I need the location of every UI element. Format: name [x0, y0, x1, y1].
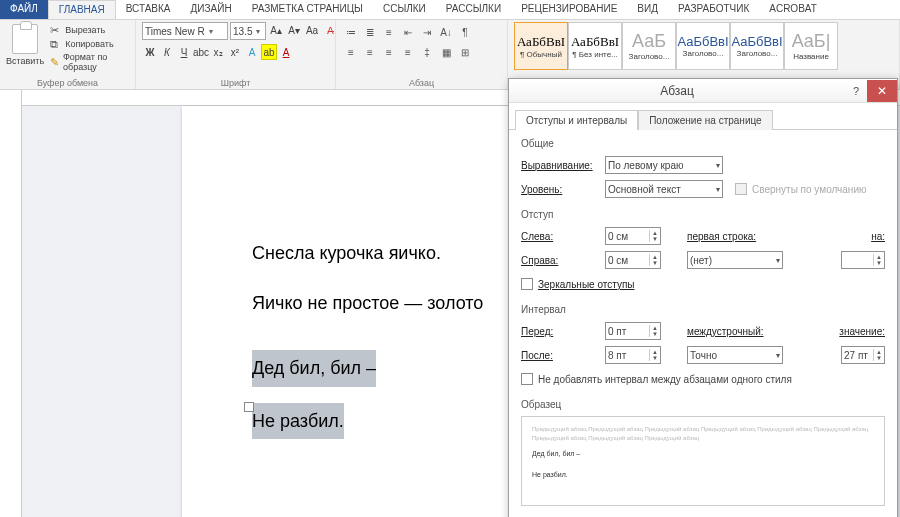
- format-painter-button[interactable]: Формат по образцу: [50, 52, 129, 72]
- style-heading1[interactable]: АаБЗаголово...: [622, 22, 676, 70]
- section-spacing: Интервал: [521, 304, 885, 315]
- dialog-title: Абзац: [509, 84, 845, 98]
- by-label: на:: [871, 231, 885, 242]
- no-space-same-style-checkbox[interactable]: [521, 373, 533, 385]
- first-line-label: первая строка:: [687, 231, 779, 242]
- shading-button[interactable]: ▦: [437, 44, 455, 60]
- vertical-ruler[interactable]: [0, 90, 22, 517]
- section-preview: Образец: [521, 399, 885, 410]
- indent-left-spinner[interactable]: 0 см▲▼: [605, 227, 661, 245]
- shrink-font-button[interactable]: A▾: [286, 22, 302, 38]
- font-family-combo[interactable]: Times New R▾: [142, 22, 228, 40]
- space-after-label: После:: [521, 350, 599, 361]
- font-size-value: 13.5: [233, 26, 252, 37]
- line-spacing-combo[interactable]: Точно▾: [687, 346, 783, 364]
- style-no-spacing[interactable]: АаБбВвІ¶ Без инте...: [568, 22, 622, 70]
- font-group-label: Шрифт: [142, 78, 329, 89]
- line-spacing-at-spinner[interactable]: 27 пт▲▼: [841, 346, 885, 364]
- scissors-icon: [50, 24, 62, 36]
- first-line-by-spinner[interactable]: ▲▼: [841, 251, 885, 269]
- style-heading3[interactable]: АаБбВвІЗаголово...: [730, 22, 784, 70]
- space-before-label: Перед:: [521, 326, 599, 337]
- tab-file[interactable]: ФАЙЛ: [0, 0, 48, 19]
- section-indent: Отступ: [521, 209, 885, 220]
- clipboard-icon: [12, 24, 38, 54]
- bold-button[interactable]: Ж: [142, 44, 158, 60]
- selected-text-2: Не разбил.: [252, 403, 344, 439]
- tab-page-layout[interactable]: РАЗМЕТКА СТРАНИЦЫ: [242, 0, 373, 19]
- tab-home[interactable]: ГЛАВНАЯ: [48, 0, 116, 19]
- paragraph-group-label: Абзац: [342, 78, 501, 89]
- multilevel-button[interactable]: ≡: [380, 24, 398, 40]
- tab-references[interactable]: ССЫЛКИ: [373, 0, 436, 19]
- level-combo[interactable]: Основной текст▾: [605, 180, 723, 198]
- style-heading2[interactable]: АаБбВвІЗаголово...: [676, 22, 730, 70]
- numbering-button[interactable]: ≣: [361, 24, 379, 40]
- font-family-value: Times New R: [145, 26, 205, 37]
- change-case-button[interactable]: Aa: [304, 22, 320, 38]
- tab-review[interactable]: РЕЦЕНЗИРОВАНИЕ: [511, 0, 627, 19]
- clipboard-group-label: Буфер обмена: [6, 78, 129, 89]
- dialog-tab-indents[interactable]: Отступы и интервалы: [515, 110, 638, 130]
- level-label: Уровень:: [521, 184, 599, 195]
- at-label: значение:: [839, 326, 885, 337]
- font-size-combo[interactable]: 13.5▾: [230, 22, 266, 40]
- ribbon-tabs: ФАЙЛ ГЛАВНАЯ ВСТАВКА ДИЗАЙН РАЗМЕТКА СТР…: [0, 0, 900, 20]
- paste-options-tag[interactable]: [244, 402, 254, 412]
- increase-indent-button[interactable]: ⇥: [418, 24, 436, 40]
- alignment-label: Выравнивание:: [521, 160, 599, 171]
- format-painter-label: Формат по образцу: [63, 52, 129, 72]
- italic-button[interactable]: К: [159, 44, 175, 60]
- mirror-indent-checkbox-row[interactable]: Зеркальные отступы: [521, 274, 885, 294]
- borders-button[interactable]: ⊞: [456, 44, 474, 60]
- highlight-button[interactable]: ab: [261, 44, 277, 60]
- cut-button[interactable]: Вырезать: [50, 24, 129, 36]
- superscript-button[interactable]: x²: [227, 44, 243, 60]
- align-center-button[interactable]: ≡: [361, 44, 379, 60]
- space-before-spinner[interactable]: 0 пт▲▼: [605, 322, 661, 340]
- paste-label: Вставить: [6, 56, 44, 66]
- bullets-button[interactable]: ≔: [342, 24, 360, 40]
- sort-button[interactable]: A↓: [437, 24, 455, 40]
- dialog-close-button[interactable]: ✕: [867, 80, 897, 102]
- dialog-tab-position[interactable]: Положение на странице: [638, 110, 772, 130]
- style-normal[interactable]: АаБбВвІ¶ Обычный: [514, 22, 568, 70]
- line-spacing-button[interactable]: ‡: [418, 44, 436, 60]
- no-space-same-style-row[interactable]: Не добавлять интервал между абзацами одн…: [521, 369, 885, 389]
- align-right-button[interactable]: ≡: [380, 44, 398, 60]
- tab-view[interactable]: ВИД: [627, 0, 668, 19]
- align-left-button[interactable]: ≡: [342, 44, 360, 60]
- show-marks-button[interactable]: ¶: [456, 24, 474, 40]
- cut-label: Вырезать: [65, 25, 105, 35]
- justify-button[interactable]: ≡: [399, 44, 417, 60]
- mirror-indent-label: Зеркальные отступы: [538, 279, 635, 290]
- underline-button[interactable]: Ч: [176, 44, 192, 60]
- decrease-indent-button[interactable]: ⇤: [399, 24, 417, 40]
- brush-icon: [50, 56, 60, 68]
- indent-right-spinner[interactable]: 0 см▲▼: [605, 251, 661, 269]
- section-general: Общие: [521, 138, 885, 149]
- line-spacing-label: междустрочный:: [687, 326, 779, 337]
- text-effects-button[interactable]: A: [244, 44, 260, 60]
- mirror-indent-checkbox[interactable]: [521, 278, 533, 290]
- style-title[interactable]: АаБ|Название: [784, 22, 838, 70]
- tab-acrobat[interactable]: ACROBAT: [759, 0, 827, 19]
- strike-button[interactable]: abc: [193, 44, 209, 60]
- font-color-button[interactable]: A: [278, 44, 294, 60]
- collapse-label: Свернуты по умолчанию: [752, 184, 866, 195]
- dialog-help-button[interactable]: ?: [845, 80, 867, 102]
- alignment-combo[interactable]: По левому краю▾: [605, 156, 723, 174]
- tab-developer[interactable]: РАЗРАБОТЧИК: [668, 0, 759, 19]
- tab-design[interactable]: ДИЗАЙН: [181, 0, 242, 19]
- indent-right-label: Справа:: [521, 255, 599, 266]
- copy-button[interactable]: Копировать: [50, 38, 129, 50]
- paste-button[interactable]: Вставить: [6, 22, 44, 66]
- space-after-spinner[interactable]: 8 пт▲▼: [605, 346, 661, 364]
- tab-mailings[interactable]: РАССЫЛКИ: [436, 0, 511, 19]
- first-line-combo[interactable]: (нет)▾: [687, 251, 783, 269]
- no-space-same-style-label: Не добавлять интервал между абзацами одн…: [538, 374, 792, 385]
- grow-font-button[interactable]: A▴: [268, 22, 284, 38]
- tab-insert[interactable]: ВСТАВКА: [116, 0, 181, 19]
- selected-text-1: Дед бил, бил –: [252, 350, 376, 386]
- subscript-button[interactable]: x₂: [210, 44, 226, 60]
